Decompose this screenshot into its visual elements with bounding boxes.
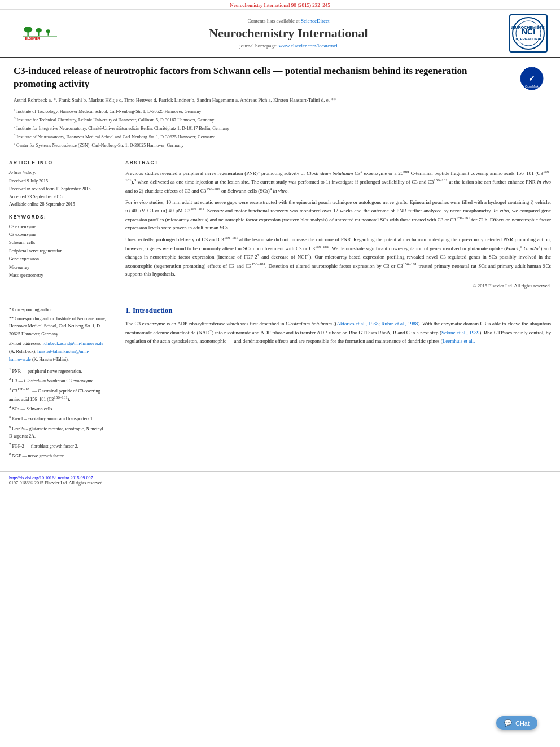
article-info-label: ARTICLE INFO bbox=[9, 160, 109, 165]
journal-title: Neurochemistry International bbox=[71, 26, 506, 41]
svg-point-1 bbox=[24, 27, 32, 33]
abstract-para-3: Unexpectedly, prolonged delivery of C3 a… bbox=[125, 235, 551, 278]
sciencedirect-anchor[interactable]: ScienceDirect bbox=[301, 18, 329, 24]
abstract-para-1: Previous studies revealed a peripheral n… bbox=[125, 169, 551, 195]
affiliation-d: d Institute of Neuroanatomy, Hannover Me… bbox=[14, 132, 546, 141]
svg-text:ELSEVIER: ELSEVIER bbox=[25, 37, 40, 40]
homepage-link[interactable]: www.elsevier.com/locate/nci bbox=[279, 43, 338, 49]
article-title-row: C3-induced release of neurotrophic facto… bbox=[14, 65, 546, 93]
affiliation-e: e Center for Systems Neuroscience (ZSN),… bbox=[14, 141, 546, 149]
footnote-3: 3 C3156–181 — C-terminal peptide of C3 c… bbox=[9, 386, 109, 404]
article-title: C3-induced release of neurotrophic facto… bbox=[14, 65, 499, 91]
journal-header-center: Contents lists available at ScienceDirec… bbox=[71, 18, 506, 49]
footnote-8: 8 NGF — nerve growth factor. bbox=[9, 451, 109, 460]
email-haastert[interactable]: haastert-talini.kirsten@mnh-hannover.de bbox=[9, 349, 89, 362]
journal-homepage: journal homepage: www.elsevier.com/locat… bbox=[71, 43, 506, 49]
accepted-date: Accepted 23 September 2015 bbox=[9, 193, 109, 201]
elsevier-logo: ELSEVIER bbox=[15, 23, 65, 44]
footnote-7: 7 FGF-2 — fibroblast growth factor 2. bbox=[9, 442, 109, 450]
homepage-label: journal homepage: bbox=[239, 43, 278, 49]
ref-rubin1988[interactable]: Rubin et al., 1988 bbox=[381, 321, 418, 326]
history-label: Article history: bbox=[9, 169, 109, 177]
abstract-column: ABSTRACT Previous studies revealed a per… bbox=[125, 160, 551, 290]
footnotes-column: * Corresponding author. ** Corresponding… bbox=[9, 306, 116, 461]
keywords-list: C3 exoenzyme C3 exoenzyme Schwann cells … bbox=[9, 223, 109, 280]
keyword-7: Mass spectrometry bbox=[9, 272, 109, 279]
footnote-5: 5 Eaac1 – excitatory amino acid transpor… bbox=[9, 414, 109, 422]
keywords-section: Keywords: C3 exoenzyme C3 exoenzyme Schw… bbox=[9, 214, 109, 280]
footer-divider bbox=[0, 469, 560, 469]
footnote-emails: E-mail addresses: rohrbeck.astrid@mh-han… bbox=[9, 340, 109, 363]
keywords-label: Keywords: bbox=[9, 214, 109, 220]
chat-button[interactable]: 💬 CHat bbox=[496, 716, 537, 730]
affiliation-b: b Institute for Technical Chemistry, Lei… bbox=[14, 115, 546, 124]
introduction-text: The C3 exoenzyme is an ADP-ribosyltransf… bbox=[125, 320, 551, 346]
nci-logo-block: NEUROCHEMISTRY NCI INTERNATIONAL bbox=[506, 14, 551, 53]
svg-text:CrossMark: CrossMark bbox=[525, 85, 539, 88]
affiliation-a: a Institute of Toxicology, Hannover Medi… bbox=[14, 107, 546, 115]
footnote-1: 1 PNR — peripheral nerve regeneration. bbox=[9, 366, 109, 375]
abstract-text: Previous studies revealed a peripheral n… bbox=[125, 169, 551, 290]
abstract-para-2: For in vivo studies, 10 mm adult rat sci… bbox=[125, 198, 551, 232]
ref-aktories1988[interactable]: Aktories et al., 1988 bbox=[336, 321, 378, 326]
footnotes-list: 1 PNR — peripheral nerve regeneration. 2… bbox=[9, 366, 109, 460]
footnote-6: 6 Grin2a – glutamate receptor, ionotropi… bbox=[9, 424, 109, 440]
svg-point-3 bbox=[36, 28, 42, 33]
received-date: Received 9 July 2015 bbox=[9, 177, 109, 185]
journal-citation: Neurochemistry International 90 (2015) 2… bbox=[0, 0, 560, 10]
citation-text: Neurochemistry International 90 (2015) 2… bbox=[230, 2, 330, 8]
chat-icon: 💬 bbox=[504, 719, 512, 727]
doi-link[interactable]: http://dx.doi.org/10.1016/j.neuint.2015.… bbox=[9, 475, 93, 480]
crossmark-logo: ✓ CrossMark bbox=[519, 66, 546, 93]
footnote-4: 4 SCs — Schwann cells. bbox=[9, 404, 109, 413]
footnote-corresponding2: ** Corresponding author. Institute of Ne… bbox=[9, 315, 109, 338]
svg-text:✓: ✓ bbox=[528, 74, 535, 83]
authors-list: Astrid Rohrbeck a, *, Frank Stahl b, Mar… bbox=[14, 97, 546, 104]
sciencedirect-link: Contents lists available at ScienceDirec… bbox=[71, 18, 506, 24]
body-section: * Corresponding author. ** Corresponding… bbox=[0, 300, 560, 466]
article-history: Article history: Received 9 July 2015 Re… bbox=[9, 169, 109, 208]
contents-text: Contents lists available at bbox=[248, 18, 301, 24]
keyword-1: C3 exoenzyme bbox=[9, 223, 109, 231]
affiliations: a Institute of Toxicology, Hannover Medi… bbox=[14, 107, 546, 149]
article-info-column: ARTICLE INFO Article history: Received 9… bbox=[9, 160, 116, 290]
footer-doi: http://dx.doi.org/10.1016/j.neuint.2015.… bbox=[9, 475, 551, 480]
keyword-5: Gene expression bbox=[9, 255, 109, 263]
copyright-text: © 2015 Elsevier Ltd. All rights reserved… bbox=[125, 282, 551, 290]
keyword-4: Peripheral nerve regeneration bbox=[9, 247, 109, 255]
introduction-column: 1. Introduction The C3 exoenzyme is an A… bbox=[125, 306, 551, 461]
elsevier-tree-icon: ELSEVIER bbox=[23, 27, 57, 40]
keyword-2: C3 exoenzyme bbox=[9, 231, 109, 239]
ref-leemhuis[interactable]: Leemhuis et al., bbox=[443, 338, 475, 344]
abstract-label: ABSTRACT bbox=[125, 160, 551, 165]
elsevier-logo-block: ELSEVIER bbox=[9, 23, 71, 44]
svg-point-5 bbox=[46, 29, 51, 33]
footer: http://dx.doi.org/10.1016/j.neuint.2015.… bbox=[0, 471, 560, 489]
svg-text:INTERNATIONAL: INTERNATIONAL bbox=[515, 37, 542, 41]
chat-label: CHat bbox=[515, 720, 530, 727]
keyword-3: Schwann cells bbox=[9, 239, 109, 247]
introduction-heading: 1. Introduction bbox=[125, 306, 551, 315]
keyword-6: Microarray bbox=[9, 264, 109, 272]
journal-header: ELSEVIER Contents lists available at Sci… bbox=[0, 10, 560, 58]
nci-logo: NEUROCHEMISTRY NCI INTERNATIONAL bbox=[509, 14, 548, 53]
ref-sekine1989[interactable]: Sekine et al., 1989 bbox=[441, 330, 479, 335]
email-rohrbeck[interactable]: rohrbeck.astrid@mh-hannover.de bbox=[43, 341, 103, 346]
intro-para-1: The C3 exoenzyme is an ADP-ribosyltransf… bbox=[125, 320, 551, 346]
nci-badge-icon: NEUROCHEMISTRY NCI INTERNATIONAL bbox=[511, 16, 545, 50]
available-date: Available online 28 September 2015 bbox=[9, 200, 109, 208]
article-info-abstract-section: ARTICLE INFO Article history: Received 9… bbox=[0, 154, 560, 295]
body-two-col: * Corresponding author. ** Corresponding… bbox=[9, 306, 551, 461]
received-revised-date: Received in revised form 11 September 20… bbox=[9, 185, 109, 193]
crossmark-icon: ✓ CrossMark bbox=[519, 66, 544, 91]
article-title-section: C3-induced release of neurotrophic facto… bbox=[0, 58, 560, 154]
footnote-2: 2 C3 — Clostridium botulinum C3 exoenzym… bbox=[9, 376, 109, 385]
affiliation-c: c Institute for Integrative Neuroanatomy… bbox=[14, 124, 546, 132]
footer-issn: 0197-0186/© 2015 Elsevier Ltd. All right… bbox=[9, 480, 551, 486]
svg-text:NCI: NCI bbox=[522, 27, 535, 36]
footnote-corresponding1: * Corresponding author. bbox=[9, 306, 109, 314]
section-divider bbox=[0, 298, 560, 298]
